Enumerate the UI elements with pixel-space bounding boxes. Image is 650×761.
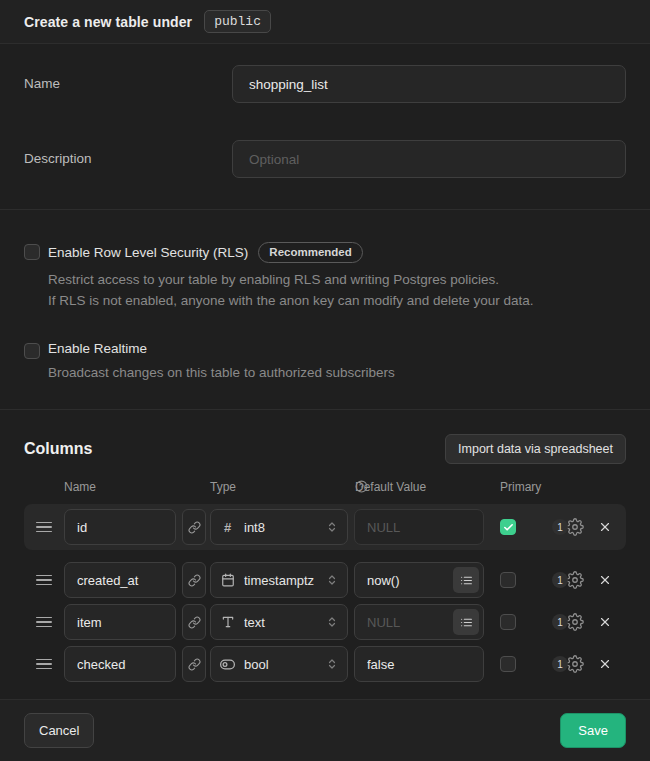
drag-handle-icon[interactable] bbox=[36, 617, 52, 628]
foreign-key-link-icon[interactable] bbox=[182, 604, 206, 640]
close-icon bbox=[598, 520, 612, 534]
realtime-texts: Enable Realtime Broadcast changes on thi… bbox=[48, 341, 626, 383]
foreign-key-link-icon[interactable] bbox=[182, 646, 206, 682]
drag-handle-icon[interactable] bbox=[36, 575, 52, 586]
column-settings-button[interactable]: 1 bbox=[552, 571, 584, 589]
header-primary: Primary bbox=[500, 480, 541, 494]
default-value-menu-icon[interactable] bbox=[453, 609, 479, 635]
column-settings-button[interactable]: 1 bbox=[552, 613, 584, 631]
close-icon bbox=[598, 573, 612, 587]
foreign-key-link-icon[interactable] bbox=[182, 562, 206, 598]
column-settings-button[interactable]: 1 bbox=[552, 655, 584, 673]
rls-checkbox[interactable] bbox=[24, 244, 40, 260]
column-row-created-at: timestamptz 1 bbox=[24, 562, 626, 598]
column-default-input[interactable] bbox=[354, 646, 484, 682]
column-row-checked: bool 1 bbox=[24, 646, 626, 682]
foreign-key-link-icon[interactable] bbox=[182, 509, 206, 545]
drag-handle-icon[interactable] bbox=[36, 659, 52, 670]
column-name-input[interactable] bbox=[64, 562, 176, 598]
column-type-select[interactable]: text bbox=[210, 604, 348, 640]
column-type-select[interactable]: # int8 bbox=[210, 509, 348, 545]
remove-column-button[interactable] bbox=[598, 573, 612, 587]
panel-footer: Cancel Save bbox=[0, 699, 650, 761]
chevron-up-down-icon bbox=[326, 658, 338, 670]
column-type-select[interactable]: timestamptz bbox=[210, 562, 348, 598]
description-field-row: Description bbox=[24, 140, 626, 178]
primary-key-checkbox[interactable] bbox=[500, 519, 516, 535]
create-table-panel: Create a new table under public Name Des… bbox=[0, 0, 650, 761]
column-name-input[interactable] bbox=[64, 604, 176, 640]
description-label: Description bbox=[24, 140, 232, 178]
column-rows: # int8 1 bbox=[24, 504, 626, 682]
primary-key-checkbox[interactable] bbox=[500, 614, 516, 630]
gear-icon bbox=[566, 655, 584, 673]
drag-handle-icon[interactable] bbox=[36, 522, 52, 533]
name-label: Name bbox=[24, 65, 232, 103]
remove-column-button[interactable] bbox=[598, 657, 612, 671]
column-row-id: # int8 1 bbox=[24, 504, 626, 550]
default-value-menu-icon[interactable] bbox=[453, 567, 479, 593]
realtime-description: Broadcast changes on this table to autho… bbox=[48, 362, 626, 383]
text-type-icon bbox=[220, 615, 235, 629]
remove-column-button[interactable] bbox=[598, 615, 612, 629]
table-description-input[interactable] bbox=[232, 140, 626, 178]
chevron-up-down-icon bbox=[326, 521, 338, 533]
panel-header: Create a new table under public bbox=[0, 0, 650, 44]
realtime-block: Enable Realtime Broadcast changes on thi… bbox=[24, 341, 626, 383]
toggle-icon bbox=[220, 657, 235, 672]
chevron-up-down-icon bbox=[326, 616, 338, 628]
rls-texts: Enable Row Level Security (RLS) Recommen… bbox=[48, 242, 626, 311]
column-name-input[interactable] bbox=[64, 646, 176, 682]
table-details-section: Name Description bbox=[0, 44, 650, 210]
settings-count-badge: 1 bbox=[552, 656, 568, 672]
save-button[interactable]: Save bbox=[560, 713, 626, 748]
close-icon bbox=[598, 657, 612, 671]
rls-label: Enable Row Level Security (RLS) bbox=[48, 245, 248, 260]
column-settings-button[interactable]: 1 bbox=[552, 518, 584, 536]
rls-block: Enable Row Level Security (RLS) Recommen… bbox=[24, 242, 626, 311]
remove-column-button[interactable] bbox=[598, 520, 612, 534]
import-spreadsheet-button[interactable]: Import data via spreadsheet bbox=[445, 434, 626, 464]
column-row-item: text 1 bbox=[24, 604, 626, 640]
schema-badge: public bbox=[204, 10, 271, 33]
recommended-badge: Recommended bbox=[258, 242, 362, 263]
realtime-checkbox[interactable] bbox=[24, 343, 40, 359]
columns-section: Columns Import data via spreadsheet Name… bbox=[0, 410, 650, 699]
chevron-up-down-icon bbox=[326, 574, 338, 586]
settings-count-badge: 1 bbox=[552, 519, 568, 535]
close-icon bbox=[598, 615, 612, 629]
rls-description: Restrict access to your table by enablin… bbox=[48, 269, 626, 311]
check-icon bbox=[503, 522, 514, 533]
header-type: Type bbox=[210, 480, 236, 494]
gear-icon bbox=[566, 571, 584, 589]
table-options-section: Enable Row Level Security (RLS) Recommen… bbox=[0, 210, 650, 410]
panel-title: Create a new table under bbox=[24, 14, 192, 30]
table-name-input[interactable] bbox=[232, 65, 626, 103]
column-name-input[interactable] bbox=[64, 509, 176, 545]
gear-icon bbox=[566, 613, 584, 631]
column-table-headers: Name Type Default Value Primary bbox=[24, 480, 626, 493]
header-name: Name bbox=[64, 480, 96, 494]
calendar-icon bbox=[220, 573, 235, 587]
cancel-button[interactable]: Cancel bbox=[24, 713, 94, 748]
help-icon[interactable] bbox=[355, 480, 368, 493]
primary-key-checkbox[interactable] bbox=[500, 656, 516, 672]
settings-count-badge: 1 bbox=[552, 614, 568, 630]
primary-key-checkbox[interactable] bbox=[500, 572, 516, 588]
gear-icon bbox=[566, 518, 584, 536]
columns-heading: Columns bbox=[24, 440, 92, 458]
settings-count-badge: 1 bbox=[552, 572, 568, 588]
column-type-select[interactable]: bool bbox=[210, 646, 348, 682]
hash-icon: # bbox=[220, 520, 235, 535]
column-default-input bbox=[354, 509, 484, 545]
realtime-label: Enable Realtime bbox=[48, 341, 147, 356]
name-field-row: Name bbox=[24, 65, 626, 103]
